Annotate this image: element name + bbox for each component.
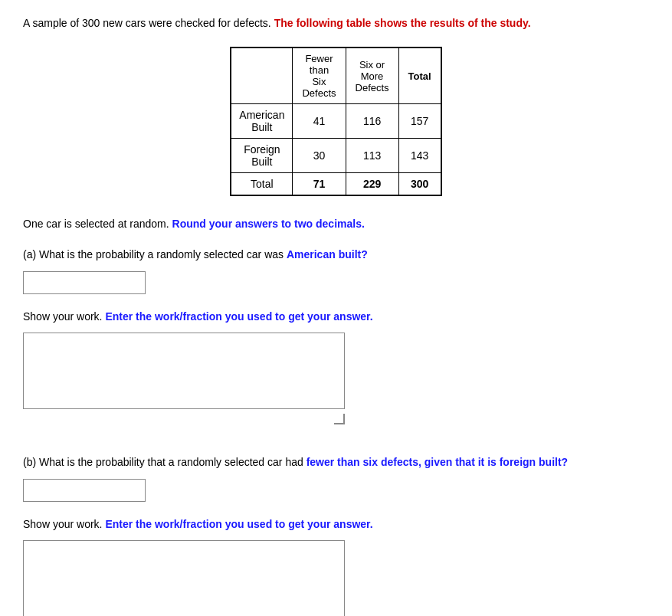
instructions-text: One car is selected at random. Round you… [23, 215, 649, 232]
question-a-block: (a) What is the probability a randomly s… [23, 246, 649, 293]
total-fewer: 71 [293, 173, 346, 196]
instructions-block: One car is selected at random. Round you… [23, 215, 649, 232]
total-six-more: 229 [346, 173, 398, 196]
intro-paragraph: A sample of 300 new cars were checked fo… [23, 15, 649, 31]
show-work-a-block: Show your work. Enter the work/fraction … [23, 308, 649, 440]
table-row: American Built 41 116 157 [231, 104, 441, 139]
header-total: Total [398, 48, 441, 104]
header-fewer: Fewer than Six Defects [293, 48, 346, 104]
show-work-b-block: Show your work. Enter the work/fraction … [23, 516, 649, 616]
work-a-wrapper [23, 333, 345, 424]
header-empty [231, 48, 293, 104]
defects-table: Fewer than Six Defects Six or More Defec… [230, 47, 441, 196]
answer-a-input[interactable] [23, 271, 146, 294]
table-row: Foreign Built 30 113 143 [231, 139, 441, 173]
foreign-fewer: 30 [293, 139, 346, 173]
row-foreign-built: Foreign Built [231, 139, 293, 173]
answer-b-input[interactable] [23, 479, 146, 502]
work-b-wrapper [23, 540, 345, 616]
question-b-block: (b) What is the probability that a rando… [23, 454, 649, 501]
work-b-textarea[interactable] [23, 540, 345, 616]
intro-highlight: The following table shows the results of… [274, 17, 531, 29]
foreign-six-more: 113 [346, 139, 398, 173]
question-a-text: (a) What is the probability a randomly s… [23, 246, 649, 263]
american-total: 157 [398, 104, 441, 139]
total-all: 300 [398, 173, 441, 196]
work-a-textarea[interactable] [23, 333, 345, 409]
table-row: Total 71 229 300 [231, 173, 441, 196]
row-total: Total [231, 173, 293, 196]
show-work-b-label: Show your work. Enter the work/fraction … [23, 516, 649, 532]
american-six-more: 116 [346, 104, 398, 139]
american-fewer: 41 [293, 104, 346, 139]
header-six-or-more: Six or More Defects [346, 48, 398, 104]
show-work-a-label: Show your work. Enter the work/fraction … [23, 308, 649, 325]
question-b-text: (b) What is the probability that a rando… [23, 454, 649, 470]
row-american-built: American Built [231, 104, 293, 139]
foreign-total: 143 [398, 139, 441, 173]
intro-plain: A sample of 300 new cars were checked fo… [23, 17, 271, 29]
data-table-container: Fewer than Six Defects Six or More Defec… [23, 47, 649, 196]
